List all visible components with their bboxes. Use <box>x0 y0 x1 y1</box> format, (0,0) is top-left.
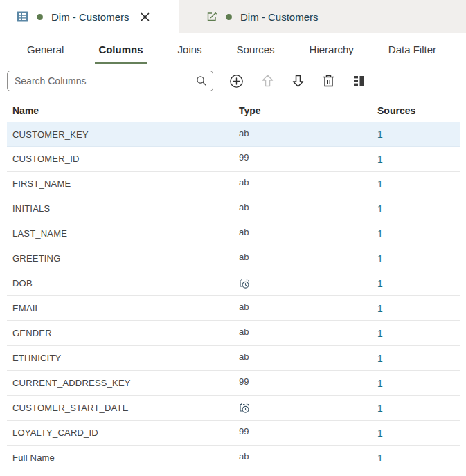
toggle-detail-panel-button[interactable] <box>351 73 367 89</box>
column-name: LAST_NAME <box>12 228 239 239</box>
table-row[interactable]: LAST_NAME ab 1 <box>7 221 460 246</box>
editor-tab-bar: General Columns Joins Sources Hierarchy … <box>0 33 466 64</box>
tab-hierarchy[interactable]: Hierarchy <box>306 44 357 64</box>
table-row[interactable]: ETHNICITY ab 1 <box>7 346 460 371</box>
move-down-button[interactable] <box>290 73 306 89</box>
header-sources: Sources <box>377 105 460 116</box>
add-column-button[interactable] <box>228 73 245 90</box>
type-text-icon: ab <box>239 352 249 361</box>
sources-link[interactable]: 1 <box>377 452 383 464</box>
header-type: Type <box>239 105 377 116</box>
column-name: GREETING <box>12 253 239 264</box>
sources-cell: 1 <box>377 377 460 390</box>
column-name: DOB <box>12 278 239 289</box>
column-name: CUSTOMER_KEY <box>12 129 239 140</box>
column-name: ETHNICITY <box>12 353 239 363</box>
sources-cell: 1 <box>377 128 460 140</box>
tab-joins[interactable]: Joins <box>174 44 206 64</box>
delete-column-button[interactable] <box>321 73 337 89</box>
column-name: Full Name <box>12 452 239 463</box>
sources-cell: 1 <box>377 228 460 240</box>
type-number-icon: 99 <box>239 153 249 162</box>
edit-icon <box>206 11 217 22</box>
sources-link[interactable]: 1 <box>377 228 383 239</box>
sources-link[interactable]: 1 <box>377 129 383 140</box>
table-row[interactable]: CUSTOMER_KEY ab 1 <box>7 122 460 147</box>
sources-cell: 1 <box>377 153 460 165</box>
table-row[interactable]: EMAIL ab 1 <box>7 296 460 321</box>
table-row[interactable]: GENDER ab 1 <box>7 321 460 346</box>
sources-link[interactable]: 1 <box>377 253 383 264</box>
table-row[interactable]: GREETING ab 1 <box>7 246 460 271</box>
table-header-row: Name Type Sources <box>7 100 460 122</box>
sources-link[interactable]: 1 <box>377 428 383 439</box>
header-name: Name <box>12 105 239 116</box>
sources-link[interactable]: 1 <box>377 178 383 190</box>
type-text-icon: ab <box>239 129 249 138</box>
column-type-cell: ab <box>239 453 377 462</box>
column-name: CUSTOMER_START_DATE <box>12 403 239 413</box>
column-type-cell: ab <box>239 130 377 139</box>
column-type-cell: ab <box>239 354 377 363</box>
type-text-icon: ab <box>239 228 249 237</box>
panel-icon <box>352 75 366 87</box>
tab-columns[interactable]: Columns <box>95 44 146 64</box>
sources-cell: 1 <box>377 427 460 439</box>
sources-cell: 1 <box>377 277 460 290</box>
columns-table: Name Type Sources CUSTOMER_KEY ab 1 CUST… <box>7 100 460 470</box>
search-columns-input[interactable] <box>7 71 213 91</box>
sources-link[interactable]: 1 <box>377 203 383 214</box>
search-columns-box <box>7 71 213 91</box>
table-row[interactable]: FIRST_NAME ab 1 <box>7 172 460 196</box>
column-type-cell: ab <box>239 304 377 313</box>
sources-cell: 1 <box>377 327 460 340</box>
window-tab-dim-customers-inactive[interactable]: Dim - Customers <box>179 0 466 33</box>
table-row[interactable]: CURRENT_ADDRESS_KEY 99 1 <box>7 371 460 396</box>
window-tab-strip: Dim - Customers Dim - Customers <box>0 0 466 33</box>
sources-link[interactable]: 1 <box>377 278 383 289</box>
column-type-cell: ab <box>239 204 377 213</box>
table-row[interactable]: Full Name ab 1 <box>7 446 460 470</box>
column-type-cell <box>239 277 377 289</box>
sources-link[interactable]: 1 <box>377 403 383 414</box>
sources-link[interactable]: 1 <box>377 353 383 364</box>
table-row[interactable]: DOB 1 <box>7 271 460 296</box>
type-text-icon: ab <box>239 178 249 187</box>
column-name: INITIALS <box>12 203 239 214</box>
sources-cell: 1 <box>377 253 460 265</box>
column-name: CUSTOMER_ID <box>12 154 239 164</box>
sources-link[interactable]: 1 <box>377 154 383 165</box>
table-row[interactable]: CUSTOMER_ID 99 1 <box>7 147 460 172</box>
move-up-button[interactable] <box>260 73 276 89</box>
type-text-icon: ab <box>239 253 249 262</box>
type-datetime-icon <box>239 402 250 414</box>
column-name: GENDER <box>12 328 239 338</box>
close-tab-button[interactable] <box>139 11 151 23</box>
table-row[interactable]: LOYALTY_CARD_ID 99 1 <box>7 421 460 446</box>
sources-link[interactable]: 1 <box>377 303 383 314</box>
column-type-cell <box>239 402 377 414</box>
tab-general[interactable]: General <box>24 44 67 64</box>
arrow-down-icon <box>292 74 305 88</box>
window-tab-title: Dim - Customers <box>240 11 319 23</box>
type-text-icon: ab <box>239 203 249 212</box>
table-row[interactable]: INITIALS ab 1 <box>7 196 460 221</box>
search-icon <box>196 75 207 86</box>
sources-cell: 1 <box>377 452 460 464</box>
sources-cell: 1 <box>377 178 460 190</box>
sources-link[interactable]: 1 <box>377 328 383 339</box>
plus-circle-icon <box>229 74 244 89</box>
column-type-cell: 99 <box>239 154 377 163</box>
tab-sources[interactable]: Sources <box>233 44 278 64</box>
table-row[interactable]: CUSTOMER_START_DATE 1 <box>7 396 460 421</box>
type-text-icon: ab <box>239 327 249 336</box>
tab-data-filter[interactable]: Data Filter <box>385 44 440 64</box>
table-icon <box>17 11 28 22</box>
saved-status-dot <box>37 14 43 20</box>
column-name: LOYALTY_CARD_ID <box>12 428 239 438</box>
window-tab-dim-customers-active[interactable]: Dim - Customers <box>0 0 179 33</box>
column-type-cell: ab <box>239 229 377 238</box>
saved-status-dot <box>226 14 232 20</box>
sources-link[interactable]: 1 <box>377 378 383 389</box>
sources-cell: 1 <box>377 203 460 215</box>
